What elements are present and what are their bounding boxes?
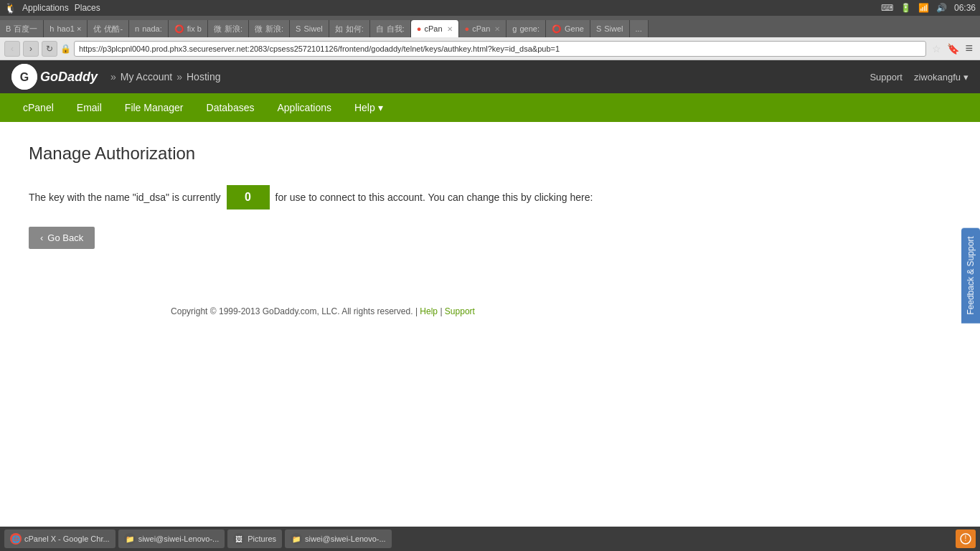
footer-sep-1: | xyxy=(415,306,418,316)
tab-12[interactable]: ggene: xyxy=(507,20,546,37)
username-label: ziwokangfu xyxy=(914,72,961,83)
tab-label-13: Gene xyxy=(565,24,584,33)
tab-13[interactable]: ⭕Gene xyxy=(546,20,590,37)
tab-8[interactable]: 如如何: xyxy=(329,20,370,37)
tab-favicon-7: S xyxy=(296,24,301,33)
support-link[interactable]: Support xyxy=(870,72,903,83)
browser-nav: ‹ › ↻ 🔒 ☆ 🔖 ≡ xyxy=(0,37,980,60)
user-menu[interactable]: ziwokangfu ▾ xyxy=(914,72,969,83)
tab-3[interactable]: nnada: xyxy=(129,20,169,37)
tab-more[interactable]: ... xyxy=(630,20,649,37)
tab-6[interactable]: 微新浪: xyxy=(249,20,290,37)
tab-label-12: gene: xyxy=(519,24,540,33)
tab-10[interactable]: ●cPan✕ xyxy=(411,20,459,37)
nav-databases[interactable]: Databases xyxy=(195,93,266,122)
go-back-button[interactable]: ‹ Go Back xyxy=(29,227,95,249)
green-nav: cPanel Email File Manager Databases Appl… xyxy=(0,93,980,122)
tab-0[interactable]: B百度一 xyxy=(0,20,44,37)
tab-label-11: cPan xyxy=(472,24,490,33)
nav-email[interactable]: Email xyxy=(65,93,113,122)
page-footer: Copyright © 1999-2013 GoDaddy.com, LLC. … xyxy=(29,292,617,331)
clock: 06:36 xyxy=(954,3,976,13)
url-bar[interactable] xyxy=(74,41,926,57)
tab-5[interactable]: 微新浪: xyxy=(208,20,249,37)
svg-text:G: G xyxy=(20,71,29,83)
tab-label-9: 自我: xyxy=(387,24,405,34)
tab-favicon-6: 微 xyxy=(255,24,263,34)
refresh-button[interactable]: ↻ xyxy=(42,41,57,57)
tab-favicon-3: n xyxy=(135,24,139,33)
footer-help-link[interactable]: Help xyxy=(420,306,438,316)
breadcrumb-separator-1: » xyxy=(110,71,116,83)
tab-favicon-4: ⭕ xyxy=(174,24,184,34)
info-text-after: for use to connect to this account. You … xyxy=(275,192,593,203)
tab-favicon-8: 如 xyxy=(335,24,343,34)
bookmark-icon[interactable]: ☆ xyxy=(929,43,944,55)
tab-2[interactable]: 优优酷- xyxy=(88,20,129,37)
tab-label-4: fix b xyxy=(187,24,202,33)
breadcrumb-separator-2: » xyxy=(176,71,182,83)
go-back-arrow-icon: ‹ xyxy=(40,232,43,243)
browser-menu-icon[interactable]: ≡ xyxy=(962,41,976,56)
count-button[interactable]: 0 xyxy=(227,185,270,209)
tab-favicon-9: 自 xyxy=(376,24,384,34)
forward-button[interactable]: › xyxy=(23,41,39,57)
tab-label-3: nada: xyxy=(142,24,162,33)
tab-4[interactable]: ⭕fix b xyxy=(169,20,208,37)
tab-label-14: Siwel xyxy=(604,24,623,33)
tab-7[interactable]: SSiwel xyxy=(290,20,329,37)
tab-1[interactable]: hhao1 × xyxy=(44,20,88,37)
tab-favicon-13: ⭕ xyxy=(552,24,562,34)
tab-label-5: 新浪: xyxy=(225,24,242,34)
nav-file-manager[interactable]: File Manager xyxy=(113,93,195,122)
nav-help[interactable]: Help ▾ xyxy=(343,93,395,122)
os-system-icon: 🐧 xyxy=(4,2,17,14)
tab-label-7: Siwel xyxy=(303,24,322,33)
os-taskbar-top: 🐧 Applications Places ⌨ 🔋 📶 🔊 06:36 xyxy=(0,0,980,16)
tab-favicon-14: S xyxy=(596,24,601,33)
feedback-sidebar[interactable]: Feedback & Support xyxy=(961,227,980,323)
tab-label-0: 百度一 xyxy=(14,24,37,34)
tab-label-1: hao1 × xyxy=(57,24,81,33)
logo-icon: G xyxy=(11,64,37,90)
tab-favicon-0: B xyxy=(6,24,11,33)
tab-14[interactable]: SSiwel xyxy=(590,20,630,37)
tab-favicon-12: g xyxy=(512,24,517,33)
help-arrow-icon: ▾ xyxy=(378,102,383,113)
breadcrumb-my-account[interactable]: My Account xyxy=(121,71,172,83)
tab-label-8: 如何: xyxy=(346,24,364,34)
info-text-before: The key with the name "id_dsa" is curren… xyxy=(29,192,221,203)
copyright-text: Copyright © 1999-2013 GoDaddy.com, LLC. … xyxy=(171,306,413,316)
help-label: Help xyxy=(354,102,375,113)
os-app-menu[interactable]: Applications xyxy=(22,3,69,13)
nav-cpanel[interactable]: cPanel xyxy=(11,93,65,122)
network-icon: 📶 xyxy=(918,3,929,13)
red-bookmark-icon: 🔖 xyxy=(947,43,959,55)
user-dropdown-arrow-icon: ▾ xyxy=(963,72,969,83)
breadcrumb-hosting[interactable]: Hosting xyxy=(187,71,220,83)
back-button[interactable]: ‹ xyxy=(4,41,20,57)
battery-icon: 🔋 xyxy=(900,3,911,13)
os-places-menu[interactable]: Places xyxy=(75,3,100,13)
tab-11[interactable]: ●cPan✕ xyxy=(459,20,507,37)
ssl-icon: 🔒 xyxy=(60,44,71,54)
godaddy-header: G GoDaddy » My Account » Hosting Support… xyxy=(0,60,980,93)
page-content: Manage Authorization The key with the na… xyxy=(0,122,646,352)
tab-9[interactable]: 自自我: xyxy=(370,20,411,37)
keyboard-icon: ⌨ xyxy=(881,3,893,13)
logo-text: GoDaddy xyxy=(40,70,98,85)
tab-label-2: 优酷- xyxy=(104,24,123,34)
tab-favicon-11: ● xyxy=(465,24,470,33)
header-right: Support ziwokangfu ▾ xyxy=(870,72,969,83)
footer-sep-2: | xyxy=(440,306,442,316)
footer-support-link[interactable]: Support xyxy=(445,306,475,316)
tab-label-6: 新浪: xyxy=(265,24,283,34)
godaddy-logo[interactable]: G GoDaddy xyxy=(11,64,98,90)
browser-tabs: B百度一 hhao1 × 优优酷- nnada: ⭕fix b 微新浪: 微新浪… xyxy=(0,16,980,37)
tab-more-label: ... xyxy=(636,24,642,33)
tab-label-10: cPan xyxy=(424,24,442,33)
info-text-container: The key with the name "id_dsa" is curren… xyxy=(29,185,617,209)
go-back-label: Go Back xyxy=(47,232,83,243)
feedback-label: Feedback & Support xyxy=(966,236,976,314)
nav-applications[interactable]: Applications xyxy=(265,93,343,122)
